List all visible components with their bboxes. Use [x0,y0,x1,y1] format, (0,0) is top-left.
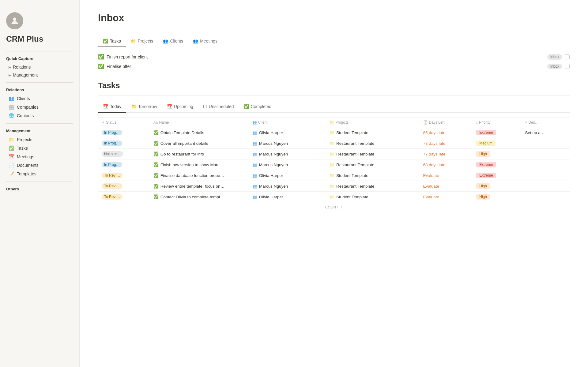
tab-inbox-projects[interactable]: 📁 Projects [126,36,158,47]
table-row[interactable]: In Prog… ✅Finish raw version to show Mar… [98,159,570,170]
inbox-checkbox-1[interactable] [565,54,570,59]
client-cell-icon-2: 👥 [252,152,257,156]
meetings-icon: 📅 [9,154,14,159]
project-name-2: Restaurant Template [336,152,374,156]
task-check-icon-2: ✅ [153,152,159,156]
cell-days-4: Evaluate [420,170,473,181]
cell-days-5: Evaluate [420,181,473,192]
table-row[interactable]: Not star… ✅Go to restaurant for info 👥 M… [98,149,570,159]
templates-icon: 📝 [9,171,14,177]
status-badge-5: To Revi… [102,183,123,189]
tab-upcoming-label: Upcoming [174,104,193,109]
cell-client-6: 👥 Olivia Harper [249,192,326,202]
inbox-title: Inbox [98,12,570,24]
sidebar-item-tasks[interactable]: ✅ Tasks [6,144,73,152]
tab-tasks-icon: ✅ [103,39,108,43]
cell-priority-4: Extreme [473,170,521,181]
count-label: COUNT [325,205,339,209]
cell-status-2: Not star… [98,149,150,159]
tab-tomorrow[interactable]: 📁 Tomorrow [126,102,162,113]
sidebar-label-relations-qc: Relations [13,65,31,69]
sidebar-tasks-label: Tasks [17,146,28,151]
col-projects: 📁Projects [326,118,420,127]
tab-completed-label: Completed [251,104,272,109]
sidebar-documents-label: Documents [17,163,39,168]
client-name-0: Olivia Harper [259,130,283,135]
sidebar-meetings-label: Meetings [17,154,34,159]
tab-upcoming[interactable]: 📅 Upcoming [162,102,198,113]
cell-days-0: 85 days late [420,127,473,138]
sidebar: CRM Plus Quick Capture ▶ Relations ▶ Man… [0,0,80,367]
cell-name-1: ✅Cover all important details [150,138,249,149]
sidebar-divider-1 [6,51,73,51]
tab-inbox-clients[interactable]: 👥 Clients [158,36,188,47]
days-value-3: 68 days late [423,163,446,167]
cell-desc-5 [521,181,570,192]
cell-desc-4 [521,170,570,181]
client-name-1: Marcus Nguyen [259,141,288,146]
tab-today[interactable]: 📅 Today [98,102,126,113]
sidebar-divider-3 [6,123,73,124]
table-row[interactable]: In Prog… ✅Cover all important details 👥 … [98,138,570,149]
sidebar-projects-label: Projects [17,137,32,142]
task-check-icon-6: ✅ [153,195,159,199]
check-icon-2: ✅ [98,63,104,69]
table-row[interactable]: In Prog… ✅Obtain Template Details 👥 Oliv… [98,127,570,138]
cell-project-5: 📁 Restaurant Template [326,181,420,192]
sidebar-item-clients[interactable]: 👥 Clients [6,95,73,103]
status-badge-0: In Prog… [102,130,122,135]
management-heading: Management [6,129,73,133]
cell-priority-0: Extreme [473,127,521,138]
tab-completed[interactable]: ✅ Completed [239,102,277,113]
cell-status-5: To Revi… [98,181,150,192]
cell-name-4: ✅Finalise database function prope… [150,170,249,181]
tab-unscheduled[interactable]: ☐ Unscheduled [198,102,239,113]
inbox-checkbox-2[interactable] [565,64,570,69]
inbox-item-2: ✅ Finalise offer Inbox [98,62,570,71]
cell-project-0: 📁 Student Template [326,127,420,138]
client-name-4: Olivia Harper [259,173,283,178]
cell-status-0: In Prog… [98,127,150,138]
client-cell-icon-5: 👥 [252,184,257,189]
cell-priority-2: High [473,149,521,159]
tab-tomorrow-icon: 📁 [131,104,136,109]
sidebar-item-projects[interactable]: 📁 Projects [6,136,73,144]
tab-tomorrow-label: Tomorrow [138,104,157,109]
tab-clients-label: Clients [170,39,183,43]
cell-name-2: ✅Go to restaurant for info [150,149,249,159]
cell-days-6: Evaluate [420,192,473,202]
sidebar-item-meetings[interactable]: 📅 Meetings [6,153,73,161]
sidebar-item-templates[interactable]: 📝 Templates [6,170,73,178]
cell-priority-1: Medium [473,138,521,149]
app-layout: CRM Plus Quick Capture ▶ Relations ▶ Man… [0,0,588,367]
cell-desc-6 [521,192,570,202]
tab-inbox-meetings[interactable]: 👥 Meetings [188,36,222,47]
sidebar-item-contacts[interactable]: 🌐 Contacts [6,112,73,120]
project-name-1: Restaurant Template [336,141,374,146]
priority-col-icon: ℹ [476,120,478,125]
sidebar-item-documents[interactable]: 📄 Documents [6,161,73,169]
table-row[interactable]: To Revi… ✅Finalise database function pro… [98,170,570,181]
cell-project-1: 📁 Restaurant Template [326,138,420,149]
inbox-item-2-right: Inbox [547,64,570,69]
cell-priority-3: Extreme [473,159,521,170]
inbox-tabs: ✅ Tasks 📁 Projects 👥 Clients 👥 Meetings [98,36,570,47]
sidebar-item-companies[interactable]: 🏢 Companies [6,103,73,111]
user-avatar-icon [10,16,20,26]
cell-client-3: 👥 Marcus Nguyen [249,159,326,170]
project-name-3: Restaurant Template [336,163,374,167]
tasks-tabs: 📅 Today 📁 Tomorrow 📅 Upcoming ☐ Unschedu… [98,102,570,113]
col-priority: ℹPriority [473,118,521,127]
table-row[interactable]: To Revi… ✅Contact Olivia to complete tem… [98,192,570,202]
tab-inbox-tasks[interactable]: ✅ Tasks [98,36,126,47]
sidebar-item-relations-qc[interactable]: ▶ Relations [6,63,73,71]
cell-project-4: 📁 Student Template [326,170,420,181]
priority-badge-2: High [476,151,490,157]
tab-projects-label: Projects [138,39,153,43]
client-cell-icon-0: 👥 [252,130,257,135]
cell-days-2: 77 days late [420,149,473,159]
project-cell-icon-5: 📁 [330,184,334,189]
sidebar-item-management-qc[interactable]: ▶ Management [6,71,73,79]
table-row[interactable]: To Revi… ✅Review entire template, focus … [98,181,570,192]
status-col-icon: ✦ [102,120,105,125]
